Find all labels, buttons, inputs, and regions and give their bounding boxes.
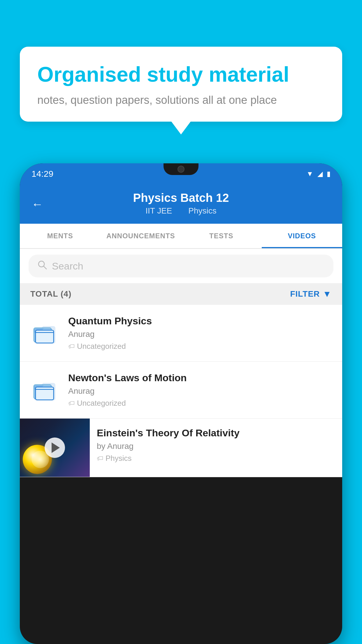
app-bar: ← Physics Batch 12 IIT JEE Physics [20, 184, 342, 224]
status-bar: 14:29 ▼ ◢ ▮ [20, 163, 342, 184]
item-details: Quantum Physics Anurag 🏷 Uncategorized [68, 315, 332, 351]
search-icon [37, 260, 47, 272]
status-time: 14:29 [31, 169, 53, 179]
bubble-title: Organised study material [37, 62, 325, 87]
tag-label: Uncategorized [77, 399, 126, 408]
status-icons: ▼ ◢ ▮ [306, 170, 331, 178]
tag-icon: 🏷 [68, 400, 75, 407]
subtitle-iit: IIT JEE [145, 206, 172, 215]
tab-tests[interactable]: TESTS [181, 224, 262, 248]
tabs-bar: MENTS ANNOUNCEMENTS TESTS VIDEOS [20, 224, 342, 249]
list-item[interactable]: Quantum Physics Anurag 🏷 Uncategorized [20, 305, 342, 362]
item-author: Anurag [68, 330, 332, 339]
folder-icon [30, 318, 59, 348]
total-count: TOTAL (4) [30, 289, 71, 299]
filter-label: FILTER [290, 289, 320, 299]
search-container: Search [20, 249, 342, 283]
svg-rect-3 [36, 330, 54, 343]
tab-announcements[interactable]: ANNOUNCEMENTS [101, 224, 181, 248]
play-button[interactable] [45, 438, 65, 458]
svg-line-1 [43, 266, 46, 269]
back-button[interactable]: ← [31, 197, 43, 211]
tag-label: Uncategorized [77, 342, 126, 351]
item-author: Anurag [68, 386, 332, 396]
filter-icon: ▼ [323, 289, 332, 299]
notch [164, 163, 198, 175]
tag-label: Physics [106, 454, 132, 463]
signal-icon: ◢ [317, 170, 323, 178]
item-title: Quantum Physics [68, 315, 332, 327]
content-list: Quantum Physics Anurag 🏷 Uncategorized [20, 305, 342, 477]
item-details: Newton's Laws of Motion Anurag 🏷 Uncateg… [68, 372, 332, 408]
folder-icon [30, 375, 59, 405]
video-details: Einstein's Theory Of Relativity by Anura… [90, 419, 342, 472]
wifi-icon: ▼ [306, 170, 313, 178]
filter-bar: TOTAL (4) FILTER ▼ [20, 283, 342, 305]
app-bar-title: Physics Batch 12 [31, 191, 331, 204]
video-thumbnail [20, 419, 90, 477]
phone-frame: 14:29 ▼ ◢ ▮ ← Physics Batch 12 IIT JEE P… [20, 163, 342, 644]
search-placeholder: Search [52, 260, 83, 272]
tag-icon: 🏷 [68, 343, 75, 350]
tag-icon: 🏷 [97, 455, 103, 462]
speech-bubble: Organised study material notes, question… [20, 47, 342, 122]
front-camera [178, 166, 184, 173]
item-tag: 🏷 Uncategorized [68, 399, 332, 408]
filter-button[interactable]: FILTER ▼ [290, 289, 332, 299]
subtitle-physics: Physics [188, 206, 216, 215]
search-box[interactable]: Search [29, 255, 333, 277]
bubble-subtitle: notes, question papers, solutions all at… [37, 94, 325, 106]
battery-icon: ▮ [327, 170, 331, 178]
tab-ments[interactable]: MENTS [20, 224, 101, 248]
video-author: by Anurag [97, 442, 333, 451]
video-tag: 🏷 Physics [97, 454, 333, 463]
play-icon [52, 442, 60, 453]
list-item[interactable]: Newton's Laws of Motion Anurag 🏷 Uncateg… [20, 362, 342, 419]
item-title: Newton's Laws of Motion [68, 372, 332, 384]
tab-videos[interactable]: VIDEOS [262, 224, 342, 248]
svg-rect-5 [36, 387, 54, 400]
app-bar-subtitle: IIT JEE Physics [31, 206, 331, 216]
video-list-item[interactable]: Einstein's Theory Of Relativity by Anura… [20, 419, 342, 477]
item-tag: 🏷 Uncategorized [68, 342, 332, 351]
video-title: Einstein's Theory Of Relativity [97, 427, 333, 439]
